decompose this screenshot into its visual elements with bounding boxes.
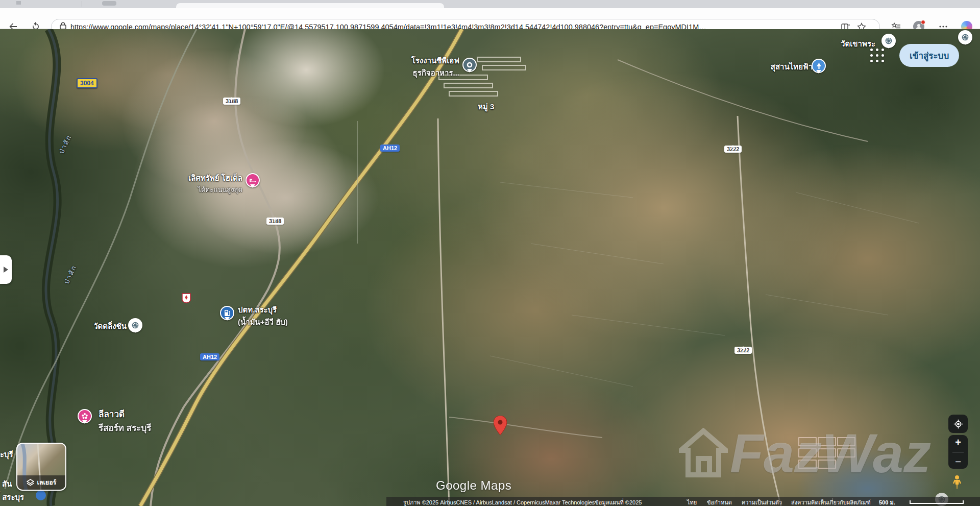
- feedback-link[interactable]: ส่งความคิดเห็นเกี่ยวกับผลิตภัณฑ์: [791, 498, 871, 506]
- map-canvas[interactable]: โรงงานซีพีเอฟ ธุรกิจอาหาร... หมู่ 3 3004…: [0, 29, 980, 506]
- imagery-credit: รูปภาพ ©2025 AirbusCNES / AirbusLandsat …: [403, 498, 642, 506]
- tab-partial: [102, 1, 116, 6]
- route-badge-ah12: AH12: [380, 144, 400, 152]
- village-label-moo3: หมู่ 3: [478, 101, 494, 113]
- poi-label-cemetery: สุสานไทยฟ้า: [771, 61, 813, 73]
- country-link[interactable]: ไทย: [687, 498, 697, 506]
- partial-pin: [36, 490, 46, 500]
- temple-pin-wat-khao-phra[interactable]: [881, 34, 896, 48]
- google-maps-watermark: Google Maps: [436, 478, 511, 493]
- partial-label: สัน: [2, 478, 12, 490]
- poi-label-hotel: เลิศทรัพย์ โฮเต็ล ได้คะแนนสูงสุด: [188, 172, 242, 195]
- route-badge-3188: 3188: [223, 98, 240, 105]
- route-badge-ah12: AH12: [200, 353, 219, 360]
- zoom-in-button[interactable]: +: [955, 438, 961, 447]
- layers-label: เลเยอร์: [37, 477, 57, 488]
- fazwaz-house-icon: [679, 428, 728, 479]
- scale-label: 500 ม.: [879, 498, 895, 506]
- partial-label: ะบุรี: [0, 448, 13, 461]
- pegman[interactable]: [951, 475, 963, 492]
- sign-in-button[interactable]: เข้าสู่ระบบ: [899, 44, 959, 67]
- thai-highway-shield-icon: [182, 293, 191, 305]
- route-badge-3222: 3222: [734, 347, 752, 354]
- layers-icon: [27, 479, 34, 487]
- destination-marker[interactable]: [494, 416, 507, 437]
- tab-icon-partial: [16, 1, 21, 5]
- factory-poi-pin[interactable]: [462, 58, 477, 72]
- layers-control[interactable]: เลเยอร์: [16, 443, 66, 491]
- temple-pin-wat-taling-chan[interactable]: [128, 318, 142, 332]
- active-tab-partial[interactable]: [176, 3, 444, 8]
- browser-toolbar: https://www.google.com/maps/place/14°32'…: [0, 8, 980, 29]
- poi-label-leelawadee: ลีลาวดี รีสอร์ท สระบุรี: [99, 407, 151, 435]
- scale-bar: [910, 500, 964, 504]
- zoom-divider: [952, 452, 964, 452]
- google-apps-grid-icon[interactable]: [870, 49, 884, 62]
- avatar-notification-dot: [921, 20, 925, 25]
- cemetery-pin[interactable]: [812, 59, 826, 73]
- zoom-control: + −: [948, 435, 968, 469]
- hotel-pin[interactable]: [246, 173, 260, 187]
- zoom-out-button[interactable]: −: [955, 457, 961, 466]
- route-badge-3188: 3188: [266, 218, 284, 225]
- side-panel-expand-button[interactable]: [0, 255, 12, 284]
- partial-label: ์ สระบุร: [0, 491, 24, 503]
- poi-label-wat-taling-chan: วัดตลิ่งชัน: [93, 320, 127, 332]
- route-badge-3004: 3004: [77, 78, 97, 88]
- tab-divider: [82, 1, 82, 7]
- tab-strip: [0, 0, 980, 8]
- chevron-right-icon: [4, 267, 11, 273]
- route-badge-3222: 3222: [724, 146, 742, 153]
- layers-strip: เลเยอร์: [17, 475, 65, 490]
- my-location-button[interactable]: [948, 415, 968, 433]
- fazwaz-watermark: FazWaz: [679, 421, 931, 485]
- terms-link[interactable]: ข้อกำหนด: [707, 498, 732, 506]
- temple-pin-corner[interactable]: [958, 30, 972, 44]
- attribution-bar: รูปภาพ ©2025 AirbusCNES / AirbusLandsat …: [386, 497, 980, 506]
- poi-label-cpf-factory: โรงงานซีพีเอฟ ธุรกิจอาหาร...: [411, 55, 459, 79]
- resort-pin-leelawadee[interactable]: [78, 409, 92, 423]
- gas-station-pin-ptt[interactable]: [220, 306, 234, 320]
- browser-window: https://www.google.com/maps/place/14°32'…: [0, 0, 980, 506]
- privacy-link[interactable]: ความเป็นส่วนตัว: [742, 498, 782, 506]
- poi-label-ptt: ปตท.สระบุรี (น้ำมัน+อีวี ฮับ): [238, 304, 288, 328]
